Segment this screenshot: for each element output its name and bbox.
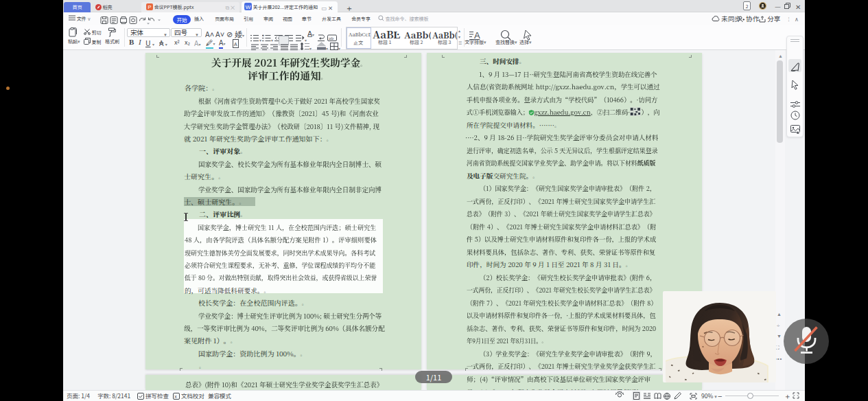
svg-text:W: W	[246, 4, 251, 10]
svg-text:P: P	[148, 4, 151, 10]
svg-text:x: x	[174, 394, 177, 399]
svg-text:1: 1	[262, 34, 264, 37]
